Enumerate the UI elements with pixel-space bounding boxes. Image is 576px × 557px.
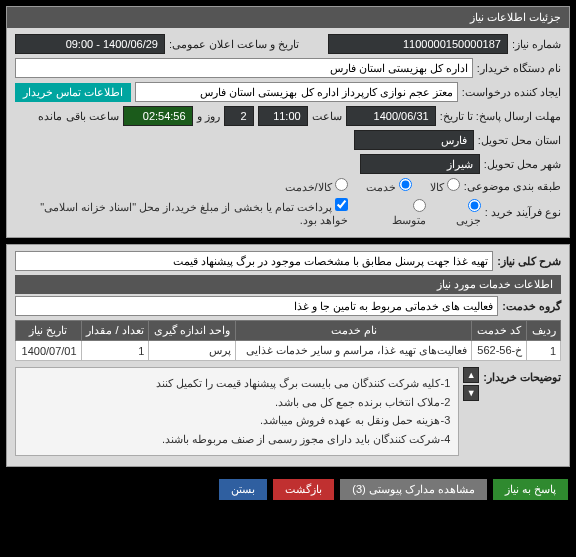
need-no-label: شماره نیاز: — [512, 38, 561, 51]
buyer-org-label: نام دستگاه خریدار: — [477, 62, 561, 75]
deadline-label: مهلت ارسال پاسخ: تا تاریخ: — [440, 110, 561, 123]
svc-group-label: گروه خدمت: — [502, 300, 561, 313]
th-unit: واحد اندازه گیری — [149, 321, 236, 341]
purchase-radio-group: نوع فرآیند خرید : جزیی متوسط پرداخت تمام… — [15, 198, 561, 227]
pay-note[interactable]: پرداخت تمام یا بخشی از مبلغ خرید،از محل … — [29, 198, 348, 227]
cell-qty: 1 — [81, 341, 149, 361]
services-header: اطلاعات خدمات مورد نیاز — [15, 275, 561, 294]
announce-value: 1400/06/29 - 09:00 — [15, 34, 165, 54]
days-value: 2 — [224, 106, 254, 126]
cell-name: فعالیت‌های تهیه غذا، مراسم و سایر خدمات … — [236, 341, 472, 361]
need-no-value: 1100000150000187 — [328, 34, 508, 54]
subject-label: طبقه بندی موضوعی: — [464, 180, 561, 193]
radio-both[interactable]: کالا/خدمت — [285, 178, 348, 194]
panel-title: جزئیات اطلاعات نیاز — [7, 7, 569, 28]
requester-label: ایجاد کننده درخواست: — [462, 86, 561, 99]
th-name: نام خدمت — [236, 321, 472, 341]
th-qty: تعداد / مقدار — [81, 321, 149, 341]
subject-radio-group: طبقه بندی موضوعی: کالا خدمت کالا/خدمت — [15, 178, 561, 194]
cell-code: خ-56-562 — [472, 341, 527, 361]
close-button[interactable]: بستن — [219, 479, 267, 500]
time-label-1: ساعت — [312, 110, 342, 123]
th-code: کد خدمت — [472, 321, 527, 341]
radio-goods[interactable]: کالا — [430, 178, 460, 194]
attachments-button[interactable]: مشاهده مدارک پیوستی (3) — [340, 479, 487, 500]
pay-note-label: پرداخت تمام یا بخشی از مبلغ خرید،از محل … — [40, 201, 347, 226]
radio-minor[interactable]: جزیی — [444, 199, 481, 227]
radio-goods-label: کالا — [430, 181, 444, 193]
desc-label: شرح کلی نیاز: — [497, 255, 561, 268]
th-row: ردیف — [527, 321, 561, 341]
table-row[interactable]: 1 خ-56-562 فعالیت‌های تهیه غذا، مراسم و … — [16, 341, 561, 361]
buyer-notes-text: 1-کلیه شرکت کنندگان می بایست برگ پیشنهاد… — [15, 367, 459, 456]
deadline-time: 11:00 — [258, 106, 308, 126]
radio-both-label: کالا/خدمت — [285, 181, 332, 193]
remain-label: ساعت باقی مانده — [38, 110, 118, 123]
countdown: 02:54:56 — [123, 106, 193, 126]
footer-buttons: پاسخ به نیاز مشاهده مدارک پیوستی (3) باز… — [0, 473, 576, 506]
deadline-date: 1400/06/31 — [346, 106, 436, 126]
table-header-row: ردیف کد خدمت نام خدمت واحد اندازه گیری ت… — [16, 321, 561, 341]
radio-medium[interactable]: متوسط — [382, 199, 427, 227]
cell-date: 1400/07/01 — [16, 341, 82, 361]
radio-service-label: خدمت — [366, 181, 396, 193]
th-date: تاریخ نیاز — [16, 321, 82, 341]
contact-info-button[interactable]: اطلاعات تماس خریدار — [15, 83, 131, 102]
city-label: شهر محل تحویل: — [484, 158, 561, 171]
radio-service[interactable]: خدمت — [366, 178, 412, 194]
days-label: روز و — [197, 110, 220, 123]
province-value: فارس — [354, 130, 474, 150]
respond-button[interactable]: پاسخ به نیاز — [493, 479, 568, 500]
desc-input[interactable] — [15, 251, 493, 271]
cell-unit: پرس — [149, 341, 236, 361]
radio-minor-label: جزیی — [456, 214, 481, 226]
back-button[interactable]: بازگشت — [273, 479, 334, 500]
details-panel: جزئیات اطلاعات نیاز شماره نیاز: 11000001… — [6, 6, 570, 238]
services-table: ردیف کد خدمت نام خدمت واحد اندازه گیری ت… — [15, 320, 561, 361]
province-label: استان محل تحویل: — [478, 134, 561, 147]
announce-label: تاریخ و ساعت اعلان عمومی: — [169, 38, 299, 51]
buyer-notes-label: توضیحات خریدار: — [483, 367, 561, 384]
buyer-org-input[interactable] — [15, 58, 473, 78]
scroll-down-icon[interactable]: ▼ — [463, 385, 479, 401]
city-value: شیراز — [360, 154, 480, 174]
need-desc-panel: شرح کلی نیاز: اطلاعات خدمات مورد نیاز گر… — [6, 244, 570, 467]
cell-row: 1 — [527, 341, 561, 361]
requester-input[interactable] — [135, 82, 458, 102]
scroll-up-icon[interactable]: ▲ — [463, 367, 479, 383]
svc-group-input[interactable] — [15, 296, 498, 316]
purchase-label: نوع فرآیند خرید : — [485, 206, 561, 219]
radio-medium-label: متوسط — [392, 214, 426, 226]
